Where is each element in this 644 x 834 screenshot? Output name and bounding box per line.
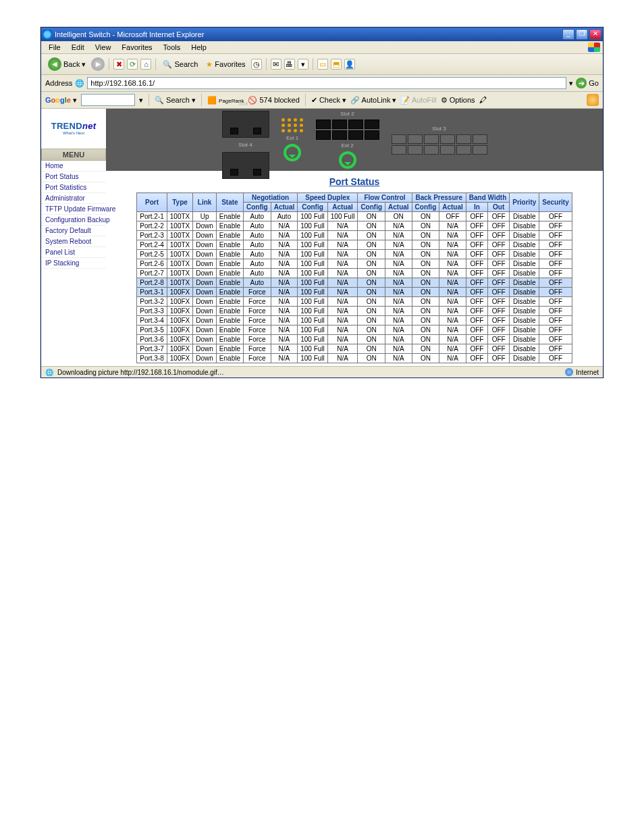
th-port[interactable]: Port [137, 193, 167, 212]
refresh-button[interactable]: ⟳ [127, 59, 138, 70]
cell-type: 100FX [167, 288, 192, 297]
nav-item-tftp-update-firmware[interactable]: TFTP Update Firmware [41, 204, 106, 215]
nav-item-configuration-backup[interactable]: Configuration Backup [41, 215, 106, 226]
table-row[interactable]: Port.3-3100FXDownEnableForceN/A100 FullN… [137, 307, 572, 316]
table-row[interactable]: Port.2-1100TXUpEnableAutoAuto100 Full100… [137, 212, 572, 221]
nav-item-port-status[interactable]: Port Status [41, 172, 106, 182]
table-row[interactable]: Port.2-7100TXDownEnableAutoN/A100 FullN/… [137, 269, 572, 278]
cell-fc_a: N/A [385, 307, 412, 316]
print-button[interactable]: 🖶 [284, 59, 295, 70]
menu-edit[interactable]: Edit [70, 43, 86, 52]
cell-fc_a: N/A [385, 297, 412, 307]
cell-sd_c: 100 Full [298, 221, 328, 231]
nav-item-system-reboot[interactable]: System Reboot [41, 236, 106, 247]
nav-item-panel-list[interactable]: Panel List [41, 247, 106, 258]
th-sd-actual[interactable]: Actual [327, 203, 358, 212]
nav-item-ip-stacking[interactable]: IP Stacking [41, 258, 106, 269]
cell-neg_c: Force [244, 297, 271, 307]
address-dropdown[interactable]: ▾ [569, 79, 573, 88]
cell-bp_c: ON [412, 231, 439, 240]
cell-fc_c: ON [358, 316, 385, 325]
th-speed-duplex[interactable]: Speed Duplex [298, 193, 358, 203]
table-row[interactable]: Port.3-6100FXDownEnableForceN/A100 FullN… [137, 335, 572, 344]
nav-item-factory-default[interactable]: Factory Default [41, 226, 106, 236]
nav-item-administrator[interactable]: Administrator [41, 193, 106, 204]
th-bp-config[interactable]: Config [412, 203, 439, 212]
search-button[interactable]: 🔍Search [160, 59, 200, 70]
google-search-button[interactable]: 🔍 Search ▾ [155, 96, 196, 105]
google-logo[interactable]: Google ▾ [45, 96, 77, 105]
cell-port: Port.2-3 [137, 231, 167, 240]
autofill-button[interactable]: 📝 AutoFill [400, 96, 436, 105]
table-row[interactable]: Port.3-7100FXDownEnableForceN/A100 FullN… [137, 344, 572, 354]
table-row[interactable]: Port.2-6100TXDownEnableAutoN/A100 FullN/… [137, 259, 572, 269]
th-sd-config[interactable]: Config [298, 203, 328, 212]
mail-button[interactable]: ✉ [271, 59, 281, 70]
th-bp-actual[interactable]: Actual [439, 203, 466, 212]
forward-button[interactable]: ► [91, 57, 105, 71]
th-fc-config[interactable]: Config [358, 203, 385, 212]
table-row[interactable]: Port.2-8100TXDownEnableAutoN/A100 FullN/… [137, 278, 572, 288]
table-row[interactable]: Port.3-5100FXDownEnableForceN/A100 FullN… [137, 325, 572, 335]
th-negotiation[interactable]: Negotiation [244, 193, 298, 203]
autolink-button[interactable]: 🔗 AutoLink ▾ [350, 96, 396, 105]
spellcheck-button[interactable]: ✔ Check ▾ [311, 96, 346, 105]
google-search-dropdown[interactable]: ▾ [139, 96, 143, 105]
th-band-width[interactable]: Band Width [466, 193, 509, 203]
th-security[interactable]: Security [539, 193, 572, 212]
history-button[interactable]: ◷ [251, 59, 262, 70]
table-row[interactable]: Port.3-2100FXDownEnableForceN/A100 FullN… [137, 297, 572, 307]
table-row[interactable]: Port.2-2100TXDownEnableAutoN/A100 FullN/… [137, 221, 572, 231]
th-flow-control[interactable]: Flow Control [358, 193, 412, 203]
messenger-button[interactable]: 👤 [344, 59, 355, 70]
menu-file[interactable]: File [47, 43, 63, 52]
table-row[interactable]: Port.3-8100FXDownEnableForceN/A100 FullN… [137, 354, 572, 363]
table-row[interactable]: Port.3-1100FXDownEnableForceN/A100 FullN… [137, 288, 572, 297]
google-search-input[interactable] [81, 94, 135, 106]
discuss-button[interactable]: ▭ [317, 59, 328, 70]
restore-button[interactable]: ❐ [576, 29, 588, 40]
research-button[interactable]: ⬒ [331, 59, 342, 70]
address-bar: Address 🌐 ▾ ➔Go [41, 75, 603, 92]
menu-favorites[interactable]: Favorites [119, 43, 154, 52]
google-news-icon[interactable] [587, 94, 599, 106]
th-link[interactable]: Link [193, 193, 217, 212]
table-row[interactable]: Port.3-4100FXDownEnableForceN/A100 FullN… [137, 316, 572, 325]
cell-fc_a: N/A [385, 288, 412, 297]
th-bw-out[interactable]: Out [488, 203, 510, 212]
th-state[interactable]: State [216, 193, 243, 212]
th-fc-actual[interactable]: Actual [385, 203, 412, 212]
close-button[interactable]: ✕ [589, 29, 601, 40]
th-back-pressure[interactable]: Back Pressure [412, 193, 466, 203]
nav-item-port-statistics[interactable]: Port Statistics [41, 182, 106, 193]
stop-button[interactable]: ✖ [113, 59, 124, 70]
th-type[interactable]: Type [167, 193, 192, 212]
address-input[interactable] [87, 77, 566, 89]
back-button[interactable]: ◄Back ▾ [45, 56, 88, 72]
th-bw-in[interactable]: In [466, 203, 487, 212]
minimize-button[interactable]: _ [562, 29, 574, 40]
ext1-label: Ext 1 [286, 135, 298, 141]
cell-bw_in: OFF [466, 231, 487, 240]
section-title: Port Status [106, 176, 603, 187]
menu-help[interactable]: Help [189, 43, 209, 52]
th-neg-config[interactable]: Config [244, 203, 271, 212]
menu-view[interactable]: View [93, 43, 113, 52]
cell-sd_a: N/A [327, 354, 358, 363]
table-row[interactable]: Port.2-4100TXDownEnableAutoN/A100 FullN/… [137, 240, 572, 250]
th-priority[interactable]: Priority [510, 193, 539, 212]
nav-item-home[interactable]: Home [41, 161, 106, 172]
google-options-button[interactable]: ⚙ Options [441, 96, 475, 105]
home-button[interactable]: ⌂ [140, 59, 151, 70]
menu-tools[interactable]: Tools [161, 43, 183, 52]
favorites-button[interactable]: ★Favorites [203, 59, 248, 70]
google-highlight-button[interactable]: 🖍 [479, 96, 487, 104]
edit-button[interactable]: ▾ [298, 59, 308, 70]
go-button[interactable]: ➔Go [576, 78, 599, 88]
cell-port: Port.2-7 [137, 269, 167, 278]
table-row[interactable]: Port.2-3100TXDownEnableAutoN/A100 FullN/… [137, 231, 572, 240]
cell-sd_c: 100 Full [298, 288, 328, 297]
cell-sd_a: N/A [327, 316, 358, 325]
th-neg-actual[interactable]: Actual [271, 203, 298, 212]
table-row[interactable]: Port.2-5100TXDownEnableAutoN/A100 FullN/… [137, 250, 572, 259]
